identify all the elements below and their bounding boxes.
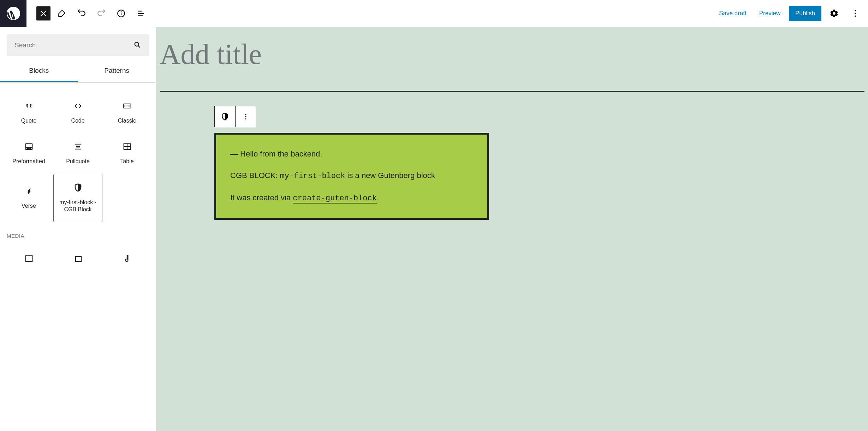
block-my-first-block[interactable]: my-first-block - CGB Block	[53, 174, 102, 223]
block-line-1: — Hello from the backend.	[230, 149, 473, 160]
close-inserter-button[interactable]	[36, 6, 50, 20]
block-pullquote[interactable]: Pullquote	[53, 133, 102, 174]
block-media-2[interactable]	[53, 245, 102, 272]
svg-rect-5	[138, 11, 142, 11]
block-preformatted[interactable]: Preformatted	[4, 133, 53, 174]
post-title-input[interactable]: Add title	[160, 38, 868, 71]
preview-button[interactable]: Preview	[755, 7, 785, 20]
verse-icon	[24, 186, 34, 196]
redo-button[interactable]	[93, 5, 110, 22]
svg-point-22	[29, 148, 29, 149]
block-classic[interactable]: Classic	[102, 93, 151, 133]
svg-point-8	[855, 10, 856, 11]
inserter-tabs: Blocks Patterns	[0, 60, 156, 83]
block-line-2: CGB BLOCK: my-first-block is a new Guten…	[230, 170, 473, 182]
editor-main: Blocks Patterns Quote Code Classic Prefo…	[0, 27, 868, 431]
block-line-3: It was created via create-guten-block.	[230, 193, 473, 204]
category-media: MEDIA	[0, 222, 156, 242]
quote-icon	[24, 101, 34, 111]
code-icon	[73, 101, 83, 111]
block-grid: Quote Code Classic Preformatted Pullquot…	[0, 83, 156, 222]
edit-tool-button[interactable]	[53, 5, 70, 22]
svg-point-32	[245, 114, 246, 115]
pullquote-icon	[73, 142, 83, 152]
block-more-button[interactable]	[235, 106, 256, 127]
block-quote[interactable]: Quote	[4, 93, 53, 133]
svg-rect-7	[138, 15, 143, 16]
search-icon	[133, 41, 141, 50]
block-media-3[interactable]	[102, 245, 151, 272]
image-icon	[24, 254, 34, 264]
outline-button[interactable]	[132, 5, 149, 22]
svg-rect-30	[25, 256, 32, 261]
svg-point-4	[121, 12, 121, 12]
svg-point-23	[30, 148, 31, 149]
preformatted-icon	[24, 142, 34, 152]
svg-point-21	[27, 148, 28, 149]
wp-logo[interactable]	[0, 0, 26, 27]
header-toolbar-left	[26, 5, 149, 22]
undo-button[interactable]	[73, 5, 90, 22]
header-toolbar-right: Save draft Preview Publish	[715, 5, 864, 22]
cgb-block[interactable]: — Hello from the backend. CGB BLOCK: my-…	[214, 133, 489, 220]
svg-rect-25	[76, 146, 80, 147]
settings-button[interactable]	[826, 5, 843, 22]
block-code[interactable]: Code	[53, 93, 102, 133]
block-inserter-sidebar: Blocks Patterns Quote Code Classic Prefo…	[0, 27, 156, 431]
tab-patterns[interactable]: Patterns	[78, 60, 156, 82]
editor-canvas[interactable]: Add title — Hello from the backend. CGB …	[156, 27, 868, 431]
classic-icon	[122, 101, 132, 111]
block-toolbar	[214, 106, 256, 127]
block-verse[interactable]: Verse	[4, 174, 53, 223]
info-button[interactable]	[113, 5, 130, 22]
svg-point-11	[135, 42, 139, 46]
more-options-button[interactable]	[847, 5, 864, 22]
svg-rect-31	[76, 256, 81, 261]
svg-point-9	[855, 13, 856, 14]
audio-icon	[122, 254, 132, 264]
svg-point-34	[245, 118, 246, 119]
svg-rect-6	[138, 13, 144, 14]
save-draft-button[interactable]: Save draft	[715, 7, 751, 20]
block-media-1[interactable]	[4, 245, 53, 272]
editor-header: Save draft Preview Publish	[0, 0, 868, 27]
block-table[interactable]: Table	[102, 133, 151, 174]
block-search[interactable]	[7, 34, 149, 56]
title-separator	[160, 91, 864, 92]
svg-point-33	[245, 116, 246, 117]
table-icon	[122, 142, 132, 152]
block-type-button[interactable]	[215, 106, 235, 127]
tab-blocks[interactable]: Blocks	[0, 60, 78, 82]
svg-line-12	[138, 46, 140, 47]
svg-point-10	[855, 16, 856, 17]
block-search-input[interactable]	[14, 41, 133, 49]
gallery-icon	[73, 254, 83, 264]
publish-button[interactable]: Publish	[789, 6, 821, 21]
block-grid-media	[0, 242, 156, 272]
shield-icon	[73, 183, 83, 193]
